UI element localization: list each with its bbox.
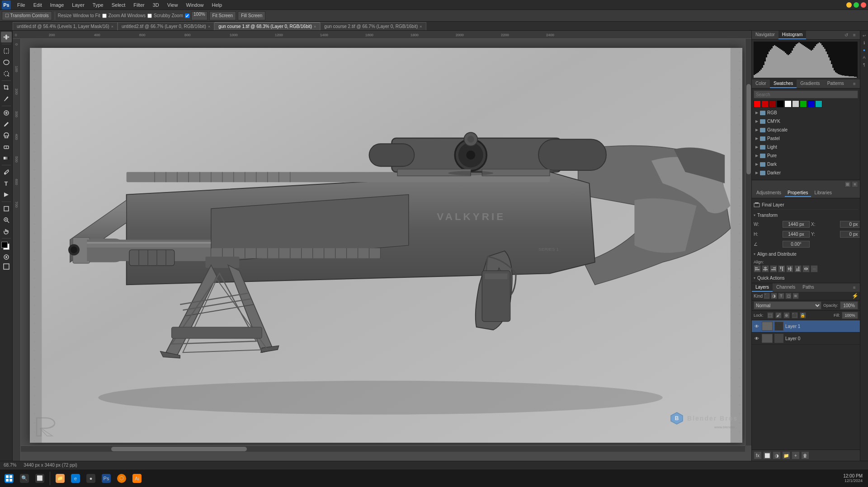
opacity-input[interactable] xyxy=(840,301,858,309)
layer-group-btn[interactable]: 📁 xyxy=(782,451,790,459)
lock-artboard-btn[interactable]: ⬛ xyxy=(792,312,798,318)
far-right-para[interactable]: ¶ xyxy=(861,61,868,68)
window-close[interactable] xyxy=(861,2,866,8)
lock-pixels-btn[interactable]: ⬚ xyxy=(767,312,774,318)
tool-quick-mask[interactable] xyxy=(2,254,10,261)
layers-tab-channels[interactable]: Channels xyxy=(773,283,799,292)
tab-2[interactable]: gun course 1.tif @ 68.3% (Layer 0, RGB/1… xyxy=(214,22,320,30)
view-icon-list[interactable]: ≡ xyxy=(852,181,858,187)
layer-eye-1[interactable]: 👁 xyxy=(754,323,760,329)
swatch-darker-red[interactable] xyxy=(769,100,776,108)
filter-pixel-icon[interactable]: ⬛ xyxy=(764,293,770,299)
layers-tab-layers[interactable]: Layers xyxy=(752,283,773,292)
tool-quick-select[interactable] xyxy=(1,68,12,79)
tool-move[interactable] xyxy=(1,32,12,42)
swatch-black[interactable] xyxy=(777,100,784,108)
h-scrollbar-thumb[interactable] xyxy=(111,447,247,451)
prop-x-value[interactable]: 0 px xyxy=(840,221,860,228)
tab-close-3[interactable]: × xyxy=(420,24,422,29)
menu-select[interactable]: Select xyxy=(108,1,129,9)
swatch-group-row-rgb[interactable]: ▶ RGB xyxy=(754,109,858,116)
menu-3d[interactable]: 3D xyxy=(149,1,163,9)
swatch-group-row-darker[interactable]: ▶ Darker xyxy=(754,169,858,176)
taskbar-start[interactable] xyxy=(2,470,16,487)
far-right-color2[interactable]: ● xyxy=(861,47,868,53)
align-bottom-btn[interactable] xyxy=(794,265,802,272)
layers-filter-toggle[interactable]: ⚡ xyxy=(852,293,858,299)
swatch-light-gray[interactable] xyxy=(792,100,799,108)
menu-layer[interactable]: Layer xyxy=(68,1,88,9)
tab-close-2[interactable]: × xyxy=(314,24,316,29)
tab-color[interactable]: Color xyxy=(752,80,770,88)
tab-patterns[interactable]: Patterns xyxy=(824,80,848,88)
window-maximize[interactable] xyxy=(854,2,859,8)
tool-hand[interactable] xyxy=(1,226,12,237)
tool-pen[interactable] xyxy=(1,167,12,178)
layer-new-btn[interactable]: + xyxy=(792,451,800,459)
swatch-group-row-pure[interactable]: ▶ Pure xyxy=(754,152,858,159)
toolbar-fill-screen[interactable]: Fill Screen xyxy=(238,11,265,20)
layers-panel-menu[interactable]: ≡ xyxy=(851,284,858,291)
swatch-red[interactable] xyxy=(754,100,761,108)
layer-adjustment-btn[interactable]: ◑ xyxy=(773,451,781,459)
tool-gradient[interactable] xyxy=(1,153,12,164)
filter-adjust-icon[interactable]: ◑ xyxy=(771,293,777,299)
toolbar-zoom-all-check[interactable] xyxy=(147,14,152,18)
adj-tab-libraries[interactable]: Libraries xyxy=(812,189,835,197)
swatch-group-row-cmyk[interactable]: ▶ CMYK xyxy=(754,118,858,125)
panel-icon-menu[interactable]: ≡ xyxy=(851,32,858,39)
menu-type[interactable]: Type xyxy=(89,1,107,9)
tool-lasso[interactable] xyxy=(1,57,12,68)
transform-section-title[interactable]: ▾ Transform xyxy=(754,211,858,218)
taskbar-ps[interactable]: Ps xyxy=(99,470,113,487)
align-section-title[interactable]: ▾ Align and Distribute xyxy=(754,250,858,257)
panel-icon-refresh[interactable]: ↺ xyxy=(843,32,850,39)
adj-tab-properties[interactable]: Properties xyxy=(785,189,811,197)
menu-help[interactable]: Help xyxy=(208,1,226,9)
far-right-history[interactable]: ↩ xyxy=(861,33,868,39)
menu-window[interactable]: Window xyxy=(182,1,207,9)
align-right-btn[interactable] xyxy=(770,265,777,272)
swatch-group-row-pastel[interactable]: ▶ Pastel xyxy=(754,135,858,142)
layer-item-0[interactable]: 👁 Layer 0 xyxy=(752,332,860,345)
search-swatches-input[interactable] xyxy=(754,90,858,98)
swatch-group-row-grayscale[interactable]: ▶ Grayscale xyxy=(754,126,858,133)
align-top-btn[interactable] xyxy=(778,265,785,272)
menu-filter[interactable]: Filter xyxy=(130,1,148,9)
toolbar-zoom-value[interactable]: 100% xyxy=(191,11,208,20)
menu-edit[interactable]: Edit xyxy=(30,1,46,9)
prop-w-value[interactable]: 1440 px xyxy=(783,221,810,228)
tab-swatches[interactable]: Swatches xyxy=(770,80,797,88)
taskbar-edge[interactable]: e xyxy=(68,470,83,487)
tab-1[interactable]: untitled2.tif @ 66.7% (Layer 0, RGB/16bi… xyxy=(118,22,214,30)
tab-close-0[interactable]: × xyxy=(111,24,113,29)
lock-image-btn[interactable]: 🖌 xyxy=(775,312,782,318)
tool-eyedropper[interactable] xyxy=(1,94,12,104)
taskbar-chrome[interactable]: ● xyxy=(84,470,98,487)
align-center-v-btn[interactable] xyxy=(786,265,793,272)
swatch-group-row-dark[interactable]: ▶ Dark xyxy=(754,161,858,168)
quick-actions-title[interactable]: ▾ Quick Actions xyxy=(754,274,858,281)
align-left-btn[interactable] xyxy=(754,265,761,272)
color-foreground-swatch[interactable] xyxy=(1,242,8,248)
toolbar-transform-controls[interactable]: ☐ Transform Controls xyxy=(2,11,52,20)
layer-fx-btn[interactable]: fx xyxy=(754,451,762,459)
tool-screen-mode[interactable] xyxy=(3,263,9,271)
blend-mode-select[interactable]: Normal xyxy=(754,301,821,309)
prop-angle-value[interactable]: 0.00° xyxy=(783,241,810,248)
toolbar-fit-screen[interactable]: Fit Screen xyxy=(209,11,236,20)
toolbar-resize-check[interactable] xyxy=(102,14,107,18)
tab-gradients[interactable]: Gradients xyxy=(797,80,823,88)
swatch-green[interactable] xyxy=(800,100,807,108)
tool-crop[interactable] xyxy=(1,82,12,93)
swatches-panel-menu[interactable]: ≡ xyxy=(851,80,858,88)
taskbar-blender[interactable]: ⬡ xyxy=(114,470,129,487)
filter-type-icon[interactable]: T xyxy=(778,293,784,299)
far-right-info[interactable]: ℹ xyxy=(861,40,868,46)
app-icon[interactable]: Ps xyxy=(2,0,11,9)
panel-tab-navigator[interactable]: Navigator xyxy=(752,31,778,39)
tool-shapes[interactable] xyxy=(1,203,12,214)
align-distribute-h[interactable] xyxy=(802,265,810,272)
fill-input[interactable] xyxy=(842,312,858,319)
window-minimize[interactable] xyxy=(846,2,852,8)
